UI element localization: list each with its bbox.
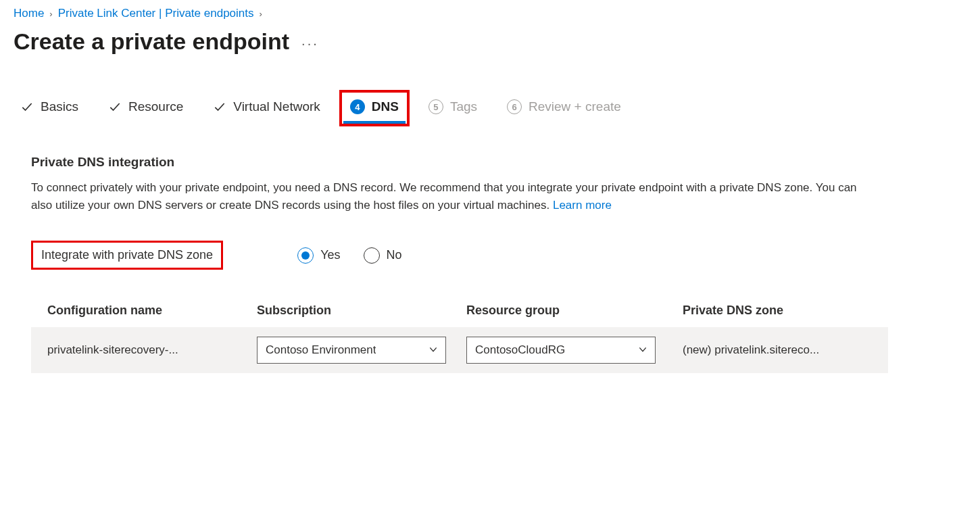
table-row: privatelink-siterecovery-... Contoso Env… xyxy=(31,327,888,373)
step-resource-label: Resource xyxy=(128,99,183,114)
radio-icon xyxy=(364,247,380,264)
checkmark-icon xyxy=(213,100,226,114)
integrate-radio-no[interactable]: No xyxy=(364,247,402,264)
chevron-down-icon xyxy=(637,344,648,357)
step-virtual-network[interactable]: Virtual Network xyxy=(212,95,321,121)
chevron-down-icon xyxy=(428,344,439,357)
integrate-radio-no-label: No xyxy=(387,248,402,262)
subscription-select-value: Contoso Environment xyxy=(266,343,376,357)
step-number-badge: 4 xyxy=(350,99,365,114)
step-review-create-label: Review + create xyxy=(529,99,621,114)
column-header-private-dns-zone: Private DNS zone xyxy=(683,303,873,318)
checkmark-icon xyxy=(108,100,122,114)
resource-group-select-value: ContosoCloudRG xyxy=(475,343,565,357)
checkmark-icon xyxy=(20,100,34,114)
step-virtual-network-label: Virtual Network xyxy=(233,99,320,114)
step-tags-label: Tags xyxy=(450,99,477,114)
step-dns[interactable]: 4 DNS xyxy=(349,95,400,121)
column-header-resource-group: Resource group xyxy=(466,303,683,318)
breadcrumb: Home › Private Link Center | Private end… xyxy=(14,7,966,20)
step-basics[interactable]: Basics xyxy=(19,95,80,121)
step-number-badge: 6 xyxy=(507,99,522,114)
step-dns-label: DNS xyxy=(372,99,399,114)
page-title: Create a private endpoint xyxy=(14,28,289,55)
integrate-radio-yes[interactable]: Yes xyxy=(297,247,340,264)
integrate-with-private-dns-zone-label: Integrate with private DNS zone xyxy=(41,248,213,262)
learn-more-link[interactable]: Learn more xyxy=(553,199,612,212)
step-number-badge: 5 xyxy=(428,99,443,114)
configuration-name-value: privatelink-siterecovery-... xyxy=(47,343,257,357)
subscription-select[interactable]: Contoso Environment xyxy=(257,337,446,364)
dns-step-highlight: 4 DNS xyxy=(339,90,410,126)
private-dns-zone-value: (new) privatelink.sitereco... xyxy=(683,343,873,357)
step-tags[interactable]: 5 Tags xyxy=(427,95,479,121)
dns-zone-table: Configuration name Subscription Resource… xyxy=(31,303,888,373)
step-review-create[interactable]: 6 Review + create xyxy=(506,95,622,121)
step-basics-label: Basics xyxy=(41,99,78,114)
private-dns-integration-description: To connect privately with your private e… xyxy=(31,179,862,214)
private-dns-integration-heading: Private DNS integration xyxy=(31,155,888,170)
breadcrumb-private-link-center[interactable]: Private Link Center | Private endpoints xyxy=(58,7,254,20)
wizard-steps: Basics Resource Virtual Network 4 DNS 5 … xyxy=(14,95,966,128)
column-header-subscription: Subscription xyxy=(257,303,466,318)
step-resource[interactable]: Resource xyxy=(107,95,185,121)
integrate-radio-yes-label: Yes xyxy=(320,248,340,262)
integrate-label-highlight: Integrate with private DNS zone xyxy=(31,241,223,270)
chevron-right-icon: › xyxy=(260,9,262,19)
radio-icon xyxy=(297,247,314,264)
column-header-configuration-name: Configuration name xyxy=(47,303,257,318)
breadcrumb-home[interactable]: Home xyxy=(14,7,44,20)
more-actions-button[interactable]: ··· xyxy=(301,32,319,51)
resource-group-select[interactable]: ContosoCloudRG xyxy=(466,337,656,364)
integrate-radio-group: Yes No xyxy=(297,247,401,264)
chevron-right-icon: › xyxy=(49,9,52,19)
